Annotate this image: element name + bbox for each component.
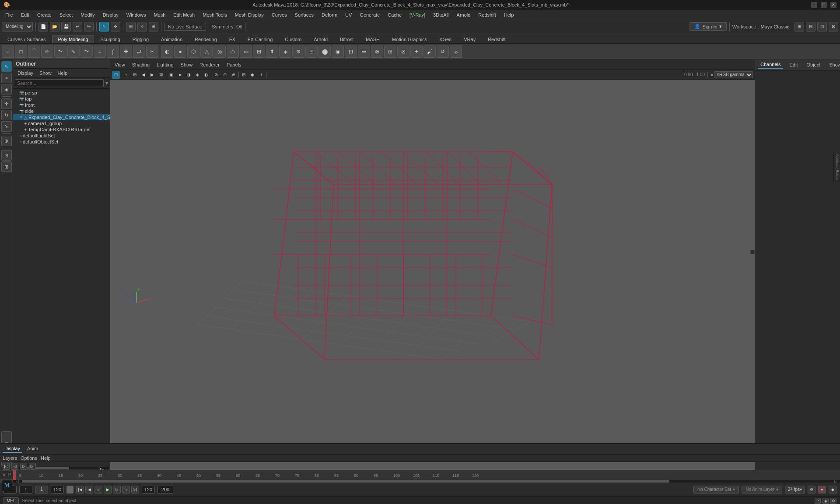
vp-flat-btn[interactable]: ◑ xyxy=(185,71,192,79)
shelf-icon-fill[interactable]: ⬤ xyxy=(318,46,331,58)
shelf-icon-knife[interactable]: ✦ xyxy=(410,46,423,58)
menu-surfaces[interactable]: Surfaces xyxy=(291,11,317,18)
vp-textured-btn[interactable]: ◈ xyxy=(193,71,201,79)
display-settings-btn2[interactable]: ⊟ xyxy=(806,22,816,32)
menu-redshift[interactable]: Redshift xyxy=(475,11,499,18)
anim-layer-btn[interactable]: No Anim Layer ▾ xyxy=(742,486,782,494)
shelf-icon-convert[interactable]: ⇄ xyxy=(133,46,145,58)
range-end-input[interactable] xyxy=(158,486,173,494)
lasso-tool[interactable]: ⌖ xyxy=(1,73,12,83)
display-settings-btn1[interactable]: ⊞ xyxy=(794,22,804,32)
status-settings-btn[interactable]: ⚙ xyxy=(830,498,836,504)
range-start-input[interactable] xyxy=(142,486,155,494)
vp-menu-shading[interactable]: Shading xyxy=(130,61,152,68)
vp-menu-panels[interactable]: Panels xyxy=(224,61,244,68)
menu-edit[interactable]: Edit xyxy=(18,11,33,18)
outliner-item-top[interactable]: 📷 top xyxy=(13,96,110,102)
viewport[interactable]: View Shading Lighting Show Renderer Pane… xyxy=(110,60,755,470)
vp-wireframe-btn[interactable]: ▣ xyxy=(167,71,175,79)
menu-3dtoall[interactable]: 3DtoAll xyxy=(430,11,452,18)
shelf-icon-cone[interactable]: △ xyxy=(200,46,213,58)
outliner-item-mesh[interactable]: ▼ △ Expanded_Clay_Concrete_Block_4_Slo xyxy=(13,114,110,120)
menu-select[interactable]: Select xyxy=(56,11,77,18)
sign-in-button[interactable]: 👤 Sign In ▾ xyxy=(690,22,726,31)
outliner-search-input[interactable] xyxy=(15,79,104,87)
tab-animation[interactable]: Animation xyxy=(155,35,188,43)
shelf-icon-square[interactable]: □ xyxy=(15,46,27,58)
vp-frame-all-btn[interactable]: ⊠ xyxy=(157,71,165,79)
shelf-icon-weld[interactable]: ⌀ xyxy=(450,46,462,58)
timeline-scroll-thumb[interactable] xyxy=(22,480,669,483)
menu-mesh-tools[interactable]: Mesh Tools xyxy=(199,11,230,18)
move-tool-btn[interactable]: ✛ xyxy=(111,22,120,32)
layer-nav-prev[interactable]: ◁ xyxy=(11,463,18,470)
menu-display[interactable]: Display xyxy=(99,11,122,18)
shelf-icon-wave[interactable]: 〜 xyxy=(80,46,93,58)
shelf-icon-cylinder[interactable]: ⬭ xyxy=(227,46,239,58)
tab-object[interactable]: Object xyxy=(804,61,823,68)
shelf-icon-mirror[interactable]: ⇔ xyxy=(358,46,370,58)
frame-indicator[interactable]: 1 xyxy=(35,486,48,494)
outliner-display-menu[interactable]: Display xyxy=(15,70,36,77)
tab-fx-caching[interactable]: FX Caching xyxy=(242,35,278,43)
vp-menu-view[interactable]: View xyxy=(112,61,128,68)
tab-fx[interactable]: FX xyxy=(224,35,241,43)
shelf-icon-loop[interactable]: ↺ xyxy=(437,46,449,58)
outliner-show-menu[interactable]: Show xyxy=(37,70,54,77)
tab-poly-modeling[interactable]: Poly Modeling xyxy=(52,35,94,43)
menu-file[interactable]: File xyxy=(2,11,17,18)
maximize-button[interactable]: □ xyxy=(821,2,827,8)
help-menu[interactable]: Help xyxy=(41,455,51,461)
fps-selector[interactable]: 24 fps ▾ xyxy=(785,486,805,494)
save-file-btn[interactable]: 💾 xyxy=(61,22,71,32)
snap-grid-btn[interactable]: ⊞ xyxy=(126,22,136,32)
timeline-scroll-left[interactable]: ◁ xyxy=(13,480,22,483)
select-tool-btn[interactable]: ↖ xyxy=(99,22,109,32)
timeline-scroll-track[interactable] xyxy=(22,480,831,483)
play-forward-btn[interactable]: ▷ xyxy=(113,486,121,494)
menu-help[interactable]: Help xyxy=(500,11,518,18)
tab-rigging[interactable]: Rigging xyxy=(127,35,154,43)
layer-nav-last[interactable]: ▷| xyxy=(29,463,36,470)
snap-curve-btn[interactable]: ◊ xyxy=(137,22,147,32)
tab-custom[interactable]: Custom xyxy=(279,35,307,43)
outliner-item-persp[interactable]: 📷 persp xyxy=(13,90,110,96)
tab-sculpting[interactable]: Sculpting xyxy=(95,35,126,43)
tab-redshift[interactable]: Redshift xyxy=(482,35,511,43)
outliner-item-side[interactable]: 📷 side xyxy=(13,108,110,114)
tab-arnold[interactable]: Arnold xyxy=(308,35,333,43)
menu-uv[interactable]: UV xyxy=(342,11,355,18)
menu-arnold[interactable]: Arnold xyxy=(453,11,474,18)
attr-editor-side-tab[interactable] xyxy=(750,250,755,254)
menu-edit-mesh[interactable]: Edit Mesh xyxy=(170,11,198,18)
snap-point-btn[interactable]: ⊕ xyxy=(149,22,158,32)
redo-btn[interactable]: ↪ xyxy=(84,22,94,32)
step-fwd-btn[interactable]: ▷ xyxy=(122,486,130,494)
shelf-icon-lattice[interactable]: ⊞ xyxy=(253,46,265,58)
universal-manip[interactable]: ⊕ xyxy=(1,136,12,146)
snap-to-grid[interactable]: ⊞ xyxy=(1,161,12,172)
shelf-icon-circle[interactable]: ○ xyxy=(2,46,14,58)
vp-menu-renderer[interactable]: Renderer xyxy=(197,61,222,68)
tab-bifrost[interactable]: Bifrost xyxy=(334,35,359,43)
viewport-canvas[interactable]: X Y Z persp xyxy=(110,80,755,470)
shelf-icon-cube[interactable]: ⬡ xyxy=(187,46,200,58)
vp-snap-vertex-btn[interactable]: ◆ xyxy=(248,71,256,79)
shelf-icon-bridge[interactable]: ⊟ xyxy=(305,46,318,58)
tab-motion-graphics[interactable]: Motion Graphics xyxy=(386,35,433,43)
tab-vray[interactable]: VRay xyxy=(458,35,481,43)
tab-display[interactable]: Display xyxy=(3,445,22,453)
vp-home-btn[interactable]: ⌂ xyxy=(122,71,130,79)
undo-btn[interactable]: ↩ xyxy=(73,22,82,32)
vp-hud-btn[interactable]: ℹ xyxy=(257,71,265,79)
layers-menu[interactable]: Layers xyxy=(3,455,17,461)
mel-label[interactable]: MEL xyxy=(4,497,19,504)
vp-menu-lighting[interactable]: Lighting xyxy=(154,61,176,68)
layer-nav-next[interactable]: ▷ xyxy=(20,463,27,470)
tab-anim[interactable]: Anim xyxy=(25,445,40,453)
shelf-icon-arc[interactable]: ⌣ xyxy=(94,46,106,58)
snap-to-point[interactable]: ⊡ xyxy=(1,150,12,161)
shelf-icon-curve3[interactable]: ∿ xyxy=(67,46,80,58)
current-frame-input[interactable] xyxy=(19,486,32,494)
close-button[interactable]: ✕ xyxy=(830,2,836,8)
